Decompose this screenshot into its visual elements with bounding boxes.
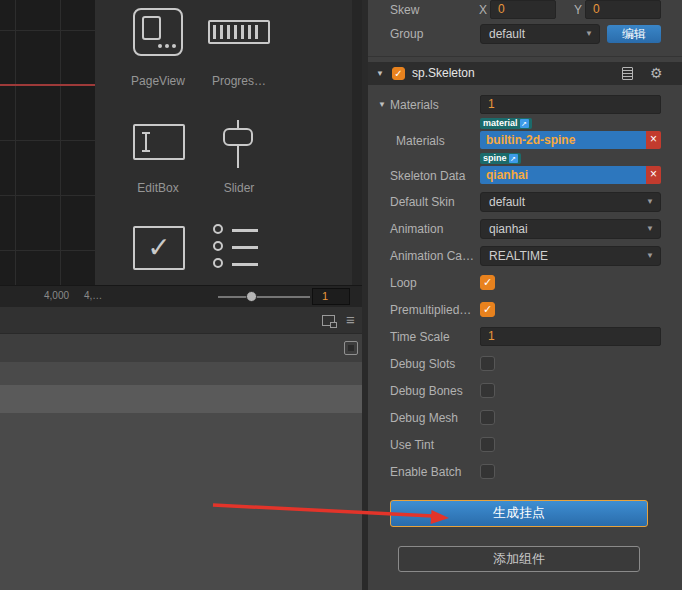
scene-view[interactable] — [0, 0, 95, 285]
remove-skeleton-icon[interactable]: × — [646, 166, 661, 184]
animation-cache-dropdown[interactable]: REALTIME ▼ — [480, 246, 661, 266]
skeleton-data-value[interactable]: qianhai — [480, 166, 646, 184]
help-doc-icon[interactable] — [622, 67, 633, 80]
debug-bones-row: Debug Bones — [368, 381, 682, 401]
skeleton-data-label: Skeleton Data — [390, 166, 465, 186]
remove-material-icon[interactable]: × — [646, 131, 661, 149]
materials-field-label: Materials — [396, 131, 445, 151]
gear-icon[interactable]: ⚙ — [650, 63, 663, 84]
default-skin-value: default — [489, 195, 525, 209]
group-dropdown[interactable]: default ▼ — [480, 24, 600, 44]
skew-x-field[interactable]: 0 — [490, 0, 556, 19]
add-component-button[interactable]: 添加组件 — [398, 546, 640, 572]
premultiplied-checkbox[interactable]: ✓ — [480, 302, 495, 317]
animation-dropdown[interactable]: qianhai ▼ — [480, 219, 661, 239]
materials-count-field[interactable]: 1 — [480, 95, 661, 114]
panel-toolbar: ≡ — [0, 307, 362, 333]
animation-row: Animation qianhai ▼ — [368, 219, 682, 239]
external-link-icon[interactable]: ↗ — [520, 119, 529, 128]
assets-empty-area — [0, 362, 362, 590]
ruler-label: 4,… — [84, 290, 102, 301]
loop-checkbox[interactable]: ✓ — [480, 275, 495, 290]
premultiplied-label: Premultiplied… — [390, 300, 471, 320]
chevron-down-icon: ▼ — [646, 193, 654, 211]
editbox-caret-serif — [142, 132, 150, 134]
component-enabled-checkbox[interactable]: ✓ — [392, 67, 405, 80]
zoom-slider-handle[interactable] — [246, 291, 257, 302]
editbox-caret — [145, 133, 147, 151]
materials-asset-field: builtin-2d-spine × — [480, 131, 661, 149]
debug-slots-checkbox[interactable] — [480, 356, 495, 371]
generate-mount-point-button[interactable]: 生成挂点 — [390, 500, 648, 527]
collapse-triangle-icon[interactable]: ▼ — [378, 95, 386, 115]
toggle-icon[interactable]: ✓ — [133, 226, 185, 270]
skeleton-data-field: qianhai × — [480, 166, 661, 184]
widget-panel-scrollbar[interactable] — [352, 0, 362, 285]
enable-batch-checkbox[interactable] — [480, 464, 495, 479]
animation-cache-value: REALTIME — [489, 249, 548, 263]
inspector-panel: Skew X 0 Y 0 Group default ▼ 编辑 ▼ ✓ sp.S… — [368, 0, 682, 590]
skew-y-label: Y — [574, 0, 582, 20]
materials-asset-value[interactable]: builtin-2d-spine — [480, 131, 646, 149]
assets-highlight-row[interactable] — [0, 385, 362, 413]
group-label: Group — [390, 24, 423, 44]
widget-label-pageview: PageView — [118, 74, 198, 88]
slider-icon[interactable] — [215, 120, 261, 168]
skeleton-data-block: Skeleton Data spine ↗ qianhai × — [368, 153, 682, 186]
zoom-value-field[interactable]: 1 — [312, 288, 350, 305]
use-tint-checkbox[interactable] — [480, 437, 495, 452]
grid-line — [15, 0, 16, 285]
grid-line — [0, 195, 95, 196]
debug-mesh-checkbox[interactable] — [480, 410, 495, 425]
pageview-icon[interactable] — [133, 8, 183, 56]
default-skin-row: Default Skin default ▼ — [368, 192, 682, 212]
spine-type-tag[interactable]: spine ↗ — [480, 153, 521, 164]
use-tint-label: Use Tint — [390, 435, 434, 455]
editbox-icon[interactable] — [133, 124, 185, 160]
debug-bones-label: Debug Bones — [390, 381, 463, 401]
menu-icon[interactable]: ≡ — [346, 311, 355, 329]
zoom-slider-track[interactable] — [218, 296, 310, 298]
grid-line — [0, 30, 95, 31]
external-link-icon[interactable]: ↗ — [509, 154, 518, 163]
debug-slots-label: Debug Slots — [390, 354, 455, 374]
debug-slots-row: Debug Slots — [368, 354, 682, 374]
scene-axis-line — [0, 84, 95, 86]
widget-label-progressbar: Progres… — [204, 74, 274, 88]
default-skin-dropdown[interactable]: default ▼ — [480, 192, 661, 212]
chevron-down-icon: ▼ — [646, 247, 654, 265]
loop-row: Loop ✓ — [368, 273, 682, 293]
time-scale-field[interactable]: 1 — [480, 327, 661, 346]
ruler-label: 4,000 — [44, 290, 69, 301]
collapse-triangle-icon[interactable]: ▼ — [376, 62, 384, 85]
debug-mesh-label: Debug Mesh — [390, 408, 458, 428]
grid-line — [0, 250, 95, 251]
pageview-dots — [158, 44, 176, 48]
group-edit-button[interactable]: 编辑 — [607, 25, 661, 43]
grid-line — [0, 140, 95, 141]
editbox-caret-serif — [142, 150, 150, 152]
material-type-tag[interactable]: material ↗ — [480, 118, 532, 129]
scene-bottom-bar: 4,000 4,… 1 — [0, 285, 362, 307]
skew-label: Skew — [390, 0, 419, 20]
skew-y-field[interactable]: 0 — [585, 0, 661, 19]
toggle-group-icon[interactable] — [213, 224, 261, 272]
premultiplied-row: Premultiplied… ✓ — [368, 300, 682, 320]
component-name: sp.Skeleton — [412, 62, 475, 85]
debug-bones-checkbox[interactable] — [480, 383, 495, 398]
group-row: Group default ▼ 编辑 — [368, 24, 682, 44]
animation-value: qianhai — [489, 222, 528, 236]
chevron-down-icon: ▼ — [585, 25, 593, 43]
animation-cache-label: Animation Ca… — [390, 246, 474, 266]
skew-row: Skew X 0 Y 0 — [368, 0, 682, 20]
group-dropdown-value: default — [489, 27, 525, 41]
editor-window: PageView Progres… EditBox Slider ✓ — [0, 0, 682, 590]
progressbar-icon[interactable] — [208, 20, 270, 44]
skew-x-label: X — [479, 0, 487, 20]
component-header[interactable]: ▼ ✓ sp.Skeleton ⚙ — [368, 62, 682, 85]
dock-panel-icon[interactable] — [322, 315, 335, 326]
loop-label: Loop — [390, 273, 417, 293]
panel-checkbox-icon[interactable] — [344, 341, 358, 355]
animation-cache-row: Animation Ca… REALTIME ▼ — [368, 246, 682, 266]
progress-stripes — [213, 25, 258, 39]
